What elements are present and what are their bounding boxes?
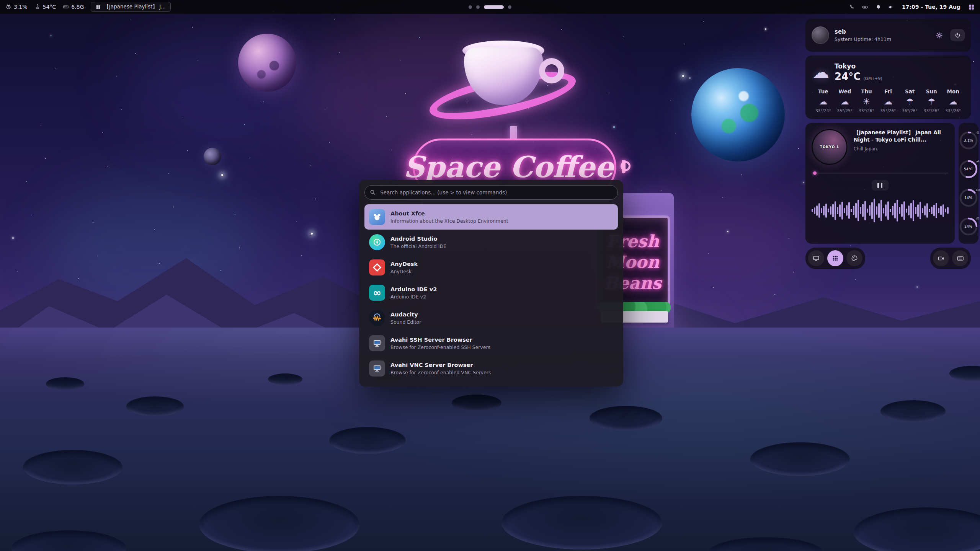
crater <box>949 366 980 381</box>
monitor-icon <box>813 255 820 262</box>
star-dot <box>97 256 98 256</box>
star-dot <box>973 61 974 62</box>
waveform-bar <box>830 206 831 215</box>
launcher-app-row[interactable]: About XfceInformation about the Xfce Des… <box>364 204 618 230</box>
waveform-bar <box>899 207 900 214</box>
saturn-coffee-cup <box>426 44 583 132</box>
app-list: About XfceInformation about the Xfce Des… <box>364 204 618 381</box>
screen-layout-button[interactable] <box>808 250 824 266</box>
waveform-bar <box>835 201 836 220</box>
star-dot <box>107 166 108 166</box>
memory-icon <box>976 186 980 194</box>
arduino-app-icon: ∞ <box>369 285 385 301</box>
user-name: seb <box>835 28 891 35</box>
waveform-bar <box>924 205 926 215</box>
waveform-bar <box>942 204 944 217</box>
forecast-temps: 35°/25° <box>834 108 856 113</box>
workspace-dot[interactable] <box>469 5 472 9</box>
launcher-app-row[interactable]: Avahi VNC Server BrowserBrowse for Zeroc… <box>364 356 618 381</box>
waveform-bar <box>823 206 825 215</box>
thermometer-icon <box>34 4 41 10</box>
search-input[interactable] <box>364 185 618 200</box>
waveform-bar <box>825 204 827 218</box>
star-dot <box>31 215 32 215</box>
taskbar-window-chip[interactable]: 【Japanese Playlist】 J... <box>91 2 171 12</box>
star-dot <box>609 93 609 93</box>
app-description: Arduino IDE v2 <box>390 294 437 300</box>
star-dot <box>339 52 340 53</box>
launcher-app-row[interactable]: AudacitySound Editor <box>364 305 618 331</box>
star-dot <box>713 287 714 288</box>
weather-temperature: 24°C <box>835 71 861 82</box>
android-studio-app-icon <box>369 234 385 250</box>
volume-icon[interactable] <box>888 4 894 10</box>
star-dot <box>173 207 174 207</box>
color-picker-button[interactable] <box>846 250 862 266</box>
apps-grid-button[interactable] <box>827 250 843 266</box>
forecast-day-label: Mon <box>942 88 964 95</box>
star-dot <box>310 165 311 166</box>
star-dot <box>623 36 624 37</box>
dashboard-panel: seb System Uptime: 4h11m ☁ Tokyo 24°C <box>805 19 971 269</box>
star-dot <box>17 271 18 272</box>
workspace-dot[interactable] <box>508 5 511 9</box>
settings-button[interactable] <box>932 29 946 41</box>
forecast-day: Sat☂36°/26° <box>899 88 921 113</box>
waveform-bar <box>947 207 949 214</box>
forecast-day: Wed☁35°/25° <box>834 88 856 113</box>
waveform-bar <box>846 205 848 216</box>
launcher-app-row[interactable]: ∞Arduino IDE v2Arduino IDE v2 <box>364 280 618 305</box>
crater <box>452 395 501 411</box>
star-dot <box>471 134 472 135</box>
media-subtitle: Chill Japan. <box>854 146 949 152</box>
star-dot <box>334 19 335 20</box>
media-title: 【Japanese Playlist】 Japan All Night - To… <box>854 129 949 143</box>
launcher-app-row[interactable]: Android StudioThe official Android IDE <box>364 230 618 255</box>
sign-pole <box>510 126 517 140</box>
workspace-indicator <box>469 0 511 14</box>
media-progress-bar[interactable] <box>812 173 949 174</box>
app-grid-icon[interactable] <box>968 4 975 10</box>
star-dot <box>55 68 56 69</box>
forecast-day: Thu☀33°/26° <box>856 88 877 113</box>
star-dot <box>121 109 122 110</box>
star-dot <box>135 53 136 54</box>
waveform-bar <box>874 199 875 222</box>
star-dot <box>703 21 704 22</box>
waveform-bar <box>892 206 893 215</box>
pause-button[interactable] <box>872 180 889 191</box>
gear-icon <box>936 32 943 39</box>
star-dot <box>765 28 766 30</box>
screen-record-button[interactable] <box>933 250 949 266</box>
waveform-bar <box>848 202 850 219</box>
launcher-app-row[interactable]: AnyDeskAnyDesk <box>364 255 618 280</box>
star-dot <box>419 37 420 38</box>
forecast-day-label: Sat <box>899 88 921 95</box>
launcher-app-row[interactable]: Avahi SSH Server BrowserBrowse for Zeroc… <box>364 331 618 356</box>
battery-icon[interactable] <box>862 4 869 10</box>
star-dot <box>235 214 235 215</box>
star-dot <box>675 134 676 134</box>
star-dot <box>12 237 14 239</box>
star-dot <box>239 248 240 248</box>
star-dot <box>798 148 799 149</box>
forecast-temps: 36°/26° <box>899 108 921 113</box>
coffee-cup-icon <box>622 160 626 173</box>
waveform-bar <box>894 203 896 218</box>
notifications-bell-icon[interactable] <box>875 4 882 10</box>
power-button[interactable] <box>950 29 965 41</box>
phone-icon[interactable] <box>849 4 856 10</box>
keyboard-button[interactable] <box>952 250 968 266</box>
app-name: Audacity <box>390 311 421 318</box>
crater <box>23 450 122 484</box>
media-player-card: TOKYO L 【Japanese Playlist】 Japan All Ni… <box>805 123 955 244</box>
star-dot <box>183 117 183 117</box>
workspace-dot[interactable] <box>476 5 480 9</box>
app-description: Browse for Zeroconf-enabled SSH Servers <box>390 344 490 350</box>
forecast-temps: 33°/26° <box>856 108 877 113</box>
progress-handle[interactable] <box>813 171 817 175</box>
waveform-bar <box>816 205 818 216</box>
star-dot <box>93 222 93 223</box>
clock[interactable]: 17:09 - Tue, 19 Aug <box>902 4 960 10</box>
workspace-dot[interactable] <box>484 5 504 9</box>
